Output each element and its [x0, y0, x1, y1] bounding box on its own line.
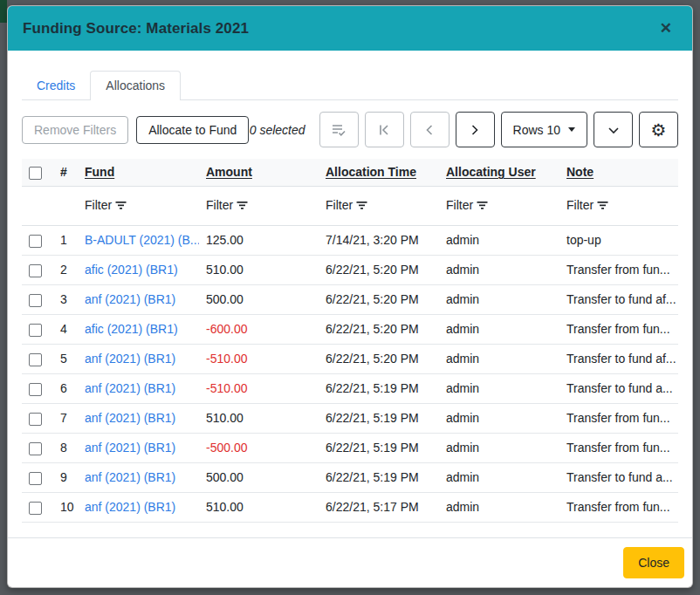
- row-number: 9: [53, 462, 78, 492]
- table-row: 5 anf (2021) (BR1) -510.00 6/22/21, 5:20…: [22, 344, 678, 373]
- table-row: 1 B-ADULT (2021) (B... 125.00 7/14/21, 3…: [22, 225, 678, 255]
- allocating-user-cell: admin: [439, 433, 559, 462]
- row-checkbox[interactable]: [29, 472, 42, 485]
- filter-icon: [115, 200, 127, 210]
- close-button[interactable]: Close: [623, 547, 684, 578]
- chevron-right-icon: [468, 123, 482, 137]
- row-checkbox[interactable]: [29, 502, 42, 515]
- amount-cell: -510.00: [199, 344, 319, 373]
- row-checkbox[interactable]: [29, 324, 42, 337]
- allocations-table: # Fund Amount Allocation Time Allocating…: [22, 159, 678, 523]
- fund-link[interactable]: anf (2021) (BR1): [85, 381, 175, 395]
- amount-cell: 510.00: [199, 255, 319, 284]
- first-page-button[interactable]: [365, 112, 404, 147]
- fund-link[interactable]: anf (2021) (BR1): [85, 292, 175, 306]
- amount-cell: -500.00: [199, 433, 319, 462]
- note-cell: Transfer to fund af...: [559, 284, 678, 314]
- gear-icon: ⚙: [651, 121, 667, 139]
- filter-amount[interactable]: Filter: [206, 198, 248, 212]
- table-row: 2 afic (2021) (BR1) 510.00 6/22/21, 5:20…: [22, 255, 678, 284]
- table-row: 8 anf (2021) (BR1) -500.00 6/22/21, 5:19…: [22, 433, 678, 462]
- filter-note[interactable]: Filter: [566, 198, 608, 212]
- amount-cell: -510.00: [199, 373, 319, 403]
- note-cell: Transfer from fun...: [559, 433, 678, 462]
- tab-bar: Credits Allocations: [22, 71, 678, 100]
- select-all-checkbox[interactable]: [29, 167, 42, 180]
- allocation-time-cell: 6/22/21, 5:20 PM: [319, 255, 439, 284]
- row-checkbox[interactable]: [29, 442, 42, 455]
- column-header-amount[interactable]: Amount: [206, 165, 252, 179]
- column-header-num: #: [53, 159, 78, 186]
- more-options-button[interactable]: [594, 112, 633, 147]
- note-cell: Transfer from fun...: [559, 314, 678, 344]
- filter-icon: [597, 200, 608, 210]
- fund-link[interactable]: afic (2021) (BR1): [85, 322, 178, 336]
- note-cell: Transfer to fund a...: [559, 462, 678, 492]
- tab-allocations[interactable]: Allocations: [90, 71, 181, 100]
- row-checkbox[interactable]: [29, 353, 42, 366]
- row-checkbox[interactable]: [29, 383, 42, 396]
- allocating-user-cell: admin: [439, 344, 559, 373]
- allocating-user-cell: admin: [439, 492, 559, 522]
- note-cell: top-up: [559, 225, 678, 255]
- table-row: 3 anf (2021) (BR1) 500.00 6/22/21, 5:20 …: [22, 284, 678, 314]
- prev-page-button[interactable]: [410, 112, 450, 147]
- row-checkbox[interactable]: [29, 294, 42, 307]
- grid-toolbar: Remove Filters Allocate to Fund 0 select…: [22, 112, 678, 147]
- row-number: 3: [53, 284, 78, 314]
- filter-allocating-user[interactable]: Filter: [446, 198, 488, 212]
- amount-cell: 510.00: [199, 403, 319, 433]
- modal-header: Funding Source: Materials 2021 ✕: [8, 6, 692, 51]
- table-row: 7 anf (2021) (BR1) 510.00 6/22/21, 5:19 …: [22, 403, 678, 433]
- header-row: # Fund Amount Allocation Time Allocating…: [22, 159, 678, 186]
- allocate-to-fund-button[interactable]: Allocate to Fund: [136, 116, 249, 144]
- column-header-allocating-user[interactable]: Allocating User: [446, 165, 536, 179]
- row-number: 5: [53, 344, 78, 373]
- allocating-user-cell: admin: [439, 373, 559, 403]
- next-page-button[interactable]: [456, 112, 495, 147]
- background-page-fragment: [0, 0, 7, 23]
- close-icon[interactable]: ✕: [655, 17, 677, 39]
- chevron-left-icon: [422, 123, 436, 137]
- column-header-allocation-time[interactable]: Allocation Time: [326, 165, 416, 179]
- amount-cell: -600.00: [199, 314, 319, 344]
- select-rows-icon: [331, 123, 347, 137]
- row-checkbox[interactable]: [29, 235, 42, 248]
- rows-per-page-label: Rows 10: [513, 123, 560, 137]
- grid-settings-button[interactable]: ⚙: [639, 112, 678, 147]
- fund-link[interactable]: anf (2021) (BR1): [85, 500, 175, 514]
- amount-cell: 510.00: [199, 492, 319, 522]
- remove-filters-button[interactable]: Remove Filters: [22, 116, 128, 144]
- table-row: 10 anf (2021) (BR1) 510.00 6/22/21, 5:17…: [22, 492, 678, 522]
- row-checkbox[interactable]: [29, 264, 42, 277]
- row-number: 7: [53, 403, 78, 433]
- fund-link[interactable]: afic (2021) (BR1): [85, 263, 178, 277]
- select-rows-button[interactable]: [319, 112, 359, 147]
- allocation-time-cell: 6/22/21, 5:19 PM: [319, 462, 439, 492]
- allocating-user-cell: admin: [439, 403, 559, 433]
- filter-fund[interactable]: Filter: [85, 198, 127, 212]
- row-checkbox[interactable]: [29, 413, 42, 426]
- filter-allocation-time[interactable]: Filter: [326, 198, 367, 212]
- allocation-time-cell: 6/22/21, 5:17 PM: [319, 492, 439, 522]
- column-header-note[interactable]: Note: [566, 165, 594, 179]
- tab-credits[interactable]: Credits: [22, 71, 90, 99]
- filter-icon: [356, 200, 367, 210]
- rows-per-page-dropdown[interactable]: Rows 10: [501, 112, 587, 147]
- note-cell: Transfer to fund a...: [559, 373, 678, 403]
- chevron-down-icon: [607, 123, 621, 137]
- filter-icon: [477, 200, 488, 210]
- table-row: 9 anf (2021) (BR1) 500.00 6/22/21, 5:19 …: [22, 462, 678, 492]
- allocation-time-cell: 6/22/21, 5:19 PM: [319, 403, 439, 433]
- row-number: 10: [53, 492, 78, 522]
- allocation-time-cell: 6/22/21, 5:20 PM: [319, 344, 439, 373]
- fund-link[interactable]: B-ADULT (2021) (B...: [85, 233, 199, 247]
- allocating-user-cell: admin: [439, 462, 559, 492]
- fund-link[interactable]: anf (2021) (BR1): [85, 441, 175, 455]
- column-header-fund[interactable]: Fund: [85, 165, 114, 179]
- fund-link[interactable]: anf (2021) (BR1): [85, 470, 175, 484]
- fund-link[interactable]: anf (2021) (BR1): [85, 352, 175, 366]
- fund-link[interactable]: anf (2021) (BR1): [85, 411, 175, 425]
- note-cell: Transfer from fun...: [559, 403, 678, 433]
- modal-body: Credits Allocations Remove Filters Alloc…: [8, 51, 692, 537]
